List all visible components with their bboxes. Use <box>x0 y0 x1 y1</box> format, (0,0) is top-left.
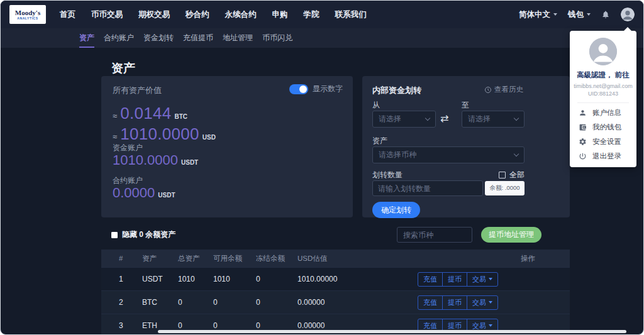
table-header-row: # 资产 总资产 可用余额 冻结余额 USD估值 操作 <box>101 250 570 267</box>
balance-addon: 余额: .0000 <box>485 181 525 195</box>
show-numbers-toggle-wrap: 显示数字 <box>289 84 343 94</box>
user-email: timibbs.net@gmail.com <box>570 83 636 89</box>
assets-value-panel: 所有资产价值 显示数字 ≈ 0.0144 BTC ≈ 1010.0000 USD… <box>101 76 353 217</box>
wallet-dropdown[interactable]: 钱包 <box>568 9 591 20</box>
menu-item-security-settings[interactable]: 安全设置 <box>570 135 636 149</box>
nav-item-home[interactable]: 首页 <box>60 9 75 20</box>
nav-item-second-contract[interactable]: 秒合约 <box>186 9 209 20</box>
subnav-item-assets[interactable]: 资产 <box>79 28 94 48</box>
chevron-down-icon <box>489 324 492 327</box>
from-select[interactable]: 请选择 <box>372 111 436 128</box>
menu-item-label: 我的钱包 <box>592 123 621 132</box>
btc-amount: 0.0144 <box>120 104 171 123</box>
user-avatar[interactable] <box>621 8 635 21</box>
nav-item-perpetual-contract[interactable]: 永续合约 <box>225 9 257 20</box>
cell-total: 0 <box>178 321 213 330</box>
menu-item-my-wallet[interactable]: 我的钱包 <box>570 120 636 135</box>
page-title: 资产 <box>111 60 135 77</box>
user-dropdown-avatar <box>589 38 617 65</box>
divider <box>577 102 629 103</box>
deposit-button[interactable]: 充值 <box>418 296 442 309</box>
hide-zero-checkbox[interactable] <box>111 232 118 238</box>
cell-total: 1010 <box>178 275 213 283</box>
nav-item-subscription[interactable]: 申购 <box>272 9 288 20</box>
transfer-panel: 内部资金划转 查看历史 从 至 请选择 ⇄ 请选择 资产 请选择币种 划转数量 … <box>362 76 570 217</box>
menu-item-label: 退出登录 <box>592 151 621 161</box>
header-asset: 资产 <box>142 254 178 263</box>
view-history-link[interactable]: 查看历史 <box>484 85 523 94</box>
cell-asset: ETH <box>142 321 178 330</box>
to-select-placeholder: 请选择 <box>468 114 491 124</box>
cell-usd-value: 0.00000 <box>297 321 418 330</box>
nav-item-academy[interactable]: 学院 <box>304 9 319 20</box>
cell-frozen: 0 <box>256 321 297 330</box>
subnav-item-deposit-withdraw[interactable]: 充值提币 <box>183 28 213 48</box>
cell-usd-value: 1010.00000 <box>297 275 418 283</box>
cell-frozen: 0 <box>256 275 297 283</box>
cell-available: 0 <box>213 298 256 307</box>
user-dropdown-menu: 高級認證， 前往 timibbs.net@gmail.com UID:88124… <box>570 31 636 167</box>
clock-icon <box>484 86 492 94</box>
cell-available: 1010 <box>213 275 256 283</box>
logo-subtext: ANALYTICS <box>17 16 38 20</box>
from-label: 从 <box>372 100 380 111</box>
transfer-all-checkbox[interactable] <box>499 172 506 178</box>
hide-zero-label: 隐藏 0 余额资产 <box>122 229 175 240</box>
nav-item-options-trade[interactable]: 期权交易 <box>138 9 170 20</box>
chevron-down-icon <box>587 13 591 16</box>
withdraw-address-management-button[interactable]: 提币地址管理 <box>481 227 541 243</box>
subnav-item-address-management[interactable]: 地址管理 <box>223 28 253 48</box>
withdraw-button[interactable]: 提币 <box>442 273 467 286</box>
cell-total: 0 <box>178 298 213 307</box>
logo-text: Moody's <box>15 9 40 16</box>
view-history-label: 查看历史 <box>494 85 523 94</box>
cell-index: 1 <box>101 275 142 283</box>
nav-item-contact-us[interactable]: 联系我们 <box>335 9 367 20</box>
withdraw-button[interactable]: 提币 <box>442 296 467 309</box>
table-row: 1 USDT 1010 1010 0 1010.00000 充值 提币 交易 <box>101 267 570 290</box>
cell-usd-value: 0.00000 <box>297 298 418 307</box>
amount-label: 划转数量 <box>372 170 402 180</box>
menu-item-account-info[interactable]: 账户信息 <box>570 106 636 120</box>
header-index: # <box>101 255 142 262</box>
moodys-logo[interactable]: Moody's ANALYTICS <box>9 5 46 24</box>
menu-item-label: 安全设置 <box>592 137 621 146</box>
navbar-right: 简体中文 钱包 <box>519 8 635 21</box>
horizontal-scrollbar[interactable] <box>158 330 626 333</box>
approx-sign: ≈ <box>113 111 117 121</box>
to-select[interactable]: 请选择 <box>462 111 525 128</box>
menu-item-logout[interactable]: 退出登录 <box>570 149 636 163</box>
asset-select[interactable]: 请选择币种 <box>372 146 525 163</box>
cell-index: 3 <box>101 321 142 330</box>
hide-zero-balance-wrap[interactable]: 隐藏 0 余额资产 <box>111 229 175 240</box>
subnav-item-fund-transfer[interactable]: 资金划转 <box>143 28 174 48</box>
funding-account-value: 1010.0000 USDT <box>113 152 198 168</box>
funding-unit: USDT <box>181 159 198 166</box>
app-window: Moody's ANALYTICS 首页 币币交易 期权交易 秒合约 永续合约 … <box>0 0 644 335</box>
asset-label: 资产 <box>372 136 387 146</box>
wallet-label: 钱包 <box>568 9 584 20</box>
subnav-item-flash-exchange[interactable]: 币币闪兑 <box>262 28 292 48</box>
subnav-item-contract-account[interactable]: 合约账户 <box>104 28 134 48</box>
trade-dropdown-button[interactable]: 交易 <box>467 273 497 286</box>
show-numbers-toggle[interactable] <box>289 84 308 94</box>
dropdown-notch <box>624 27 631 31</box>
transfer-amount-input[interactable] <box>372 180 483 196</box>
confirm-transfer-button[interactable]: 确定划转 <box>372 202 420 218</box>
trade-dropdown-button[interactable]: 交易 <box>467 296 497 309</box>
user-uid: UID:881243 <box>570 91 636 97</box>
verification-link[interactable]: 高級認證， 前往 <box>570 70 636 80</box>
header-frozen: 冻结余额 <box>256 254 297 263</box>
search-input[interactable] <box>397 227 472 243</box>
chevron-down-icon <box>553 13 557 16</box>
cell-asset: BTC <box>142 298 178 307</box>
deposit-button[interactable]: 充值 <box>418 273 442 286</box>
cell-asset: USDT <box>142 275 178 283</box>
language-dropdown[interactable]: 简体中文 <box>519 9 557 20</box>
transfer-all-checkbox-wrap[interactable]: 全部 <box>499 170 525 180</box>
assets-value-title: 所有资产价值 <box>113 85 162 96</box>
notifications-bell-icon[interactable] <box>601 10 610 19</box>
nav-item-spot-trade[interactable]: 币币交易 <box>91 9 123 20</box>
assets-subnav: 资产 合约账户 资金划转 充值提币 地址管理 币币闪兑 <box>1 28 643 48</box>
swap-direction-icon[interactable]: ⇄ <box>440 113 448 124</box>
